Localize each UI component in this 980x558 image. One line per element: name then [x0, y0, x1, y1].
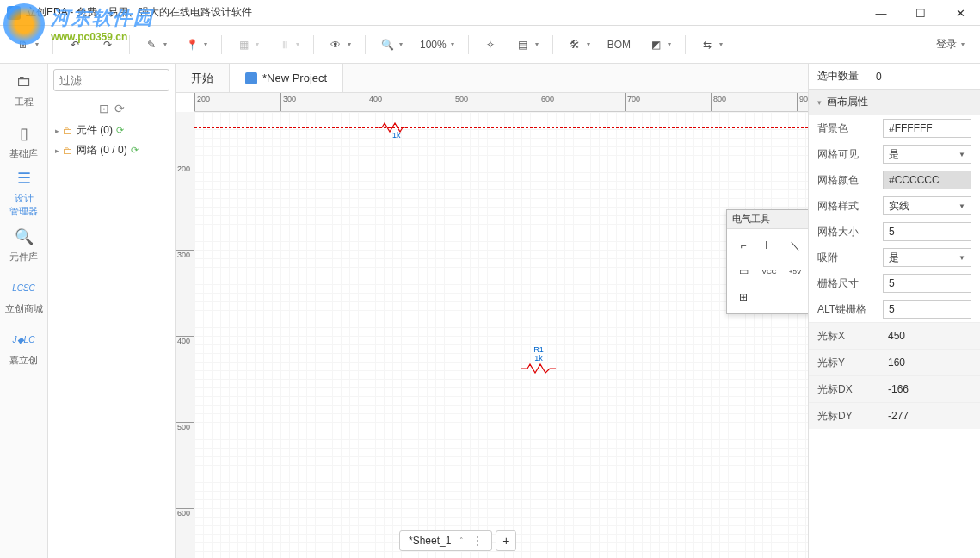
- collapse-icon[interactable]: ⊡: [99, 102, 109, 115]
- grid-size-field[interactable]: 5: [883, 222, 971, 241]
- selection-label: 选中数量: [817, 69, 859, 84]
- resistor-value: 1k: [521, 355, 556, 363]
- window-title: 立创EDA - 免费、易用、强大的在线电路设计软件: [26, 5, 252, 20]
- maximize-button[interactable]: ☐: [901, 0, 940, 26]
- grid-style-select[interactable]: 实线: [883, 196, 971, 215]
- pin-icon: 📍: [184, 37, 200, 53]
- close-button[interactable]: ✕: [940, 0, 980, 26]
- net-tool[interactable]: ＼: [784, 234, 806, 257]
- tools-menu[interactable]: 🛠▾: [560, 32, 597, 58]
- grid-color-field[interactable]: #CCCCCC: [883, 170, 971, 189]
- chevron-right-icon: ▸: [55, 127, 59, 135]
- file-menu[interactable]: 🗎▾: [9, 32, 46, 58]
- horizontal-ruler: 200 300 400 500 600 700 800 900: [194, 93, 808, 112]
- folder-icon: 🗀: [63, 125, 73, 137]
- search-icon: 🔍: [14, 226, 34, 247]
- pencil-icon: ✎: [144, 37, 159, 53]
- title-bar: 立创EDA - 免费、易用、强大的在线电路设计软件 — ☐ ✕: [0, 0, 980, 26]
- main-toolbar: 🗎▾ ↶ ↷ ✎▾ 📍▾ ▦▾ ⫴▾ 👁▾ 🔍▾ 100%▾ ✧ ▤▾ 🛠▾ B…: [0, 26, 980, 64]
- chevron-up-icon[interactable]: ˄: [459, 536, 464, 545]
- layout-menu[interactable]: ▤▾: [508, 32, 545, 58]
- zoom-icon: 🔍: [379, 37, 395, 53]
- tab-start[interactable]: 开始: [176, 64, 230, 92]
- cursor-y: 160: [883, 353, 971, 372]
- properties-panel: 选中数量 0 画布属性 背景色#FFFFFF 网格可见是 网格颜色#CCCCCC…: [808, 64, 980, 558]
- snap-size-field[interactable]: 5: [883, 274, 971, 293]
- zoom-menu[interactable]: 🔍▾: [373, 32, 410, 58]
- tree-nets[interactable]: ▸ 🗀 网络 (0 / 0) ⟳: [53, 140, 169, 160]
- bom-button[interactable]: BOM: [601, 34, 638, 56]
- folder-icon: 🗀: [14, 71, 34, 92]
- electrical-tools-panel[interactable]: 电气工具 —▭ ⌐ ⊢ ＼ N ⏚ ▽ ▭ VCC +5V ✕ ✎ ⊶ ⊞: [726, 209, 808, 314]
- redo-button[interactable]: ↷: [93, 32, 122, 58]
- refresh-icon[interactable]: ⟳: [116, 125, 124, 136]
- distribute-icon: ⫴: [276, 37, 292, 53]
- alt-grid-field[interactable]: 5: [883, 300, 971, 319]
- filter-input[interactable]: [53, 69, 169, 91]
- rail-basic-lib[interactable]: ▯基础库: [0, 115, 47, 167]
- vertical-ruler: 200 300 400 500 600: [176, 112, 194, 558]
- app-logo-icon: [7, 6, 21, 20]
- snap-select[interactable]: 是: [883, 248, 971, 267]
- canvas-area[interactable]: 200 300 400 500 600 700 800 900 200 300 …: [176, 93, 808, 558]
- schematic-icon: [245, 72, 257, 84]
- refresh-all-icon[interactable]: ⟳: [114, 102, 125, 115]
- jlc-icon: J◆LC: [14, 330, 34, 350]
- center-area: 开始 *New Project 200 300 400 500 600 700 …: [176, 64, 808, 558]
- panel-header[interactable]: 电气工具 —▭: [727, 210, 808, 229]
- sheet-tab[interactable]: *Sheet_1˄⋮: [399, 530, 492, 551]
- port-tool[interactable]: ▭: [732, 260, 755, 282]
- rail-component-lib[interactable]: 🔍元件库: [0, 219, 47, 270]
- rail-design-manager[interactable]: ☰设计 管理器: [0, 167, 47, 219]
- contrast-icon: ◩: [648, 37, 663, 53]
- rail-jlc[interactable]: J◆LC嘉立创: [0, 322, 47, 374]
- tree-components[interactable]: ▸ 🗀 元件 (0) ⟳: [53, 121, 169, 140]
- redo-icon: ↷: [100, 37, 115, 53]
- folder-icon: 🗀: [63, 145, 73, 157]
- bg-color-field[interactable]: #FFFFFF: [883, 119, 971, 138]
- chip-icon: ▯: [14, 123, 34, 144]
- file-icon: 🗎: [15, 37, 31, 53]
- side-panel: ⊡ ⟳ ▸ 🗀 元件 (0) ⟳ ▸ 🗀 网络 (0 / 0) ⟳: [48, 64, 176, 558]
- refresh-icon[interactable]: ⟳: [131, 145, 139, 156]
- bus-tool[interactable]: ⊢: [758, 234, 780, 257]
- v5-tool[interactable]: +5V: [784, 260, 806, 282]
- align-menu[interactable]: ▦▾: [229, 32, 266, 58]
- theme-menu[interactable]: ◩▾: [641, 32, 678, 58]
- place-menu[interactable]: 📍▾: [177, 32, 214, 58]
- edit-menu[interactable]: ✎▾: [137, 32, 174, 58]
- cursor-dy: -277: [883, 406, 971, 425]
- zoom-level[interactable]: 100%▾: [413, 34, 461, 56]
- undo-button[interactable]: ↶: [60, 32, 89, 58]
- rail-lcsc[interactable]: LCSC立创商城: [0, 270, 47, 322]
- more-icon[interactable]: ⋮: [472, 535, 483, 547]
- star-icon: ✧: [483, 37, 498, 53]
- grid-visible-select[interactable]: 是: [883, 145, 971, 164]
- crosshair-vertical: [391, 112, 391, 558]
- cursor-dx: -166: [883, 380, 971, 399]
- list-icon: ☰: [14, 168, 34, 189]
- distribute-menu[interactable]: ⫴▾: [269, 32, 306, 58]
- wire-tool[interactable]: ⌐: [732, 234, 755, 257]
- add-sheet-button[interactable]: +: [496, 530, 516, 551]
- share-icon: ⇆: [700, 37, 715, 53]
- chevron-right-icon: ▸: [55, 146, 59, 155]
- canvas-properties-header[interactable]: 画布属性: [809, 90, 980, 115]
- eye-icon: 👁: [328, 37, 343, 53]
- sheet-tabs: *Sheet_1˄⋮ +: [399, 530, 516, 551]
- vcc-tool[interactable]: VCC: [758, 260, 780, 282]
- login-button[interactable]: 登录▾: [929, 32, 971, 57]
- resistor-r1[interactable]: R1 1k: [521, 346, 556, 374]
- cross-probe-button[interactable]: ✧: [476, 32, 505, 58]
- undo-icon: ↶: [67, 37, 83, 53]
- crosshair-horizontal: [194, 127, 808, 128]
- tab-new-project[interactable]: *New Project: [230, 64, 343, 92]
- share-menu[interactable]: ⇆▾: [693, 32, 730, 58]
- canvas[interactable]: 1k R1 1k: [194, 112, 808, 558]
- group-tool[interactable]: ⊞: [732, 286, 755, 308]
- resistor-symbol-top[interactable]: [377, 122, 408, 133]
- minimize-button[interactable]: —: [861, 0, 901, 26]
- layout-icon: ▤: [515, 37, 531, 53]
- view-menu[interactable]: 👁▾: [321, 32, 358, 58]
- rail-project[interactable]: 🗀工程: [0, 64, 47, 115]
